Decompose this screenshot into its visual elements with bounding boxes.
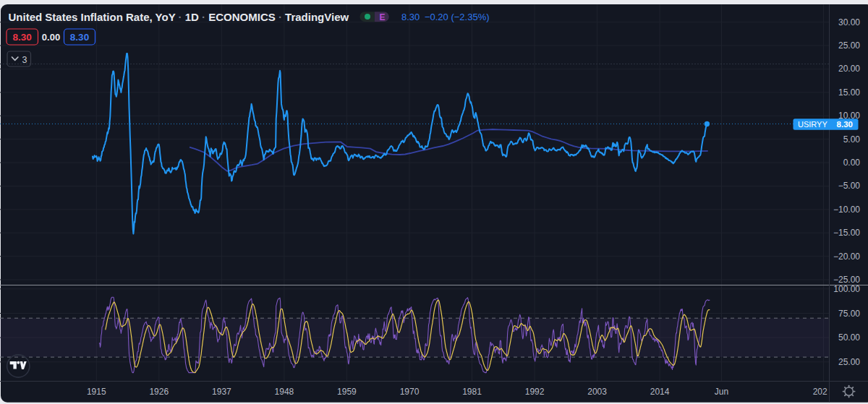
svg-text:United States Inflation Rate,: United States Inflation Rate, YoY · 1D ·… (9, 11, 349, 23)
svg-text:USIRYY: USIRYY (798, 120, 827, 129)
svg-text:25.00: 25.00 (838, 40, 860, 51)
svg-text:0.00: 0.00 (42, 32, 60, 43)
svg-text:−15.00: −15.00 (833, 228, 860, 238)
svg-text:−10.00: −10.00 (833, 205, 860, 215)
svg-text:25.00: 25.00 (838, 357, 860, 367)
svg-text:−5.00: −5.00 (838, 181, 861, 191)
svg-text:8.30: 8.30 (70, 32, 89, 43)
svg-text:1959: 1959 (337, 387, 357, 397)
svg-text:202: 202 (813, 387, 827, 397)
svg-text:50.00: 50.00 (838, 332, 860, 343)
svg-text:1992: 1992 (525, 387, 545, 397)
svg-text:30.00: 30.00 (838, 17, 860, 27)
svg-text:Jun: Jun (715, 387, 728, 397)
svg-text:E: E (380, 12, 386, 22)
svg-text:1981: 1981 (462, 387, 482, 397)
svg-text:8.30: 8.30 (837, 120, 853, 129)
svg-text:1948: 1948 (275, 387, 294, 397)
svg-text:2003: 2003 (587, 387, 607, 397)
svg-text:2014: 2014 (650, 387, 670, 397)
svg-text:1970: 1970 (400, 387, 420, 397)
svg-text:5.00: 5.00 (843, 134, 861, 145)
svg-text:20.00: 20.00 (838, 64, 860, 74)
svg-text:1926: 1926 (149, 387, 169, 397)
svg-text:75.00: 75.00 (838, 309, 860, 319)
svg-text:0.00: 0.00 (843, 158, 861, 168)
svg-text:8.30 −0.20 (−2.35%): 8.30 −0.20 (−2.35%) (401, 12, 490, 22)
svg-text:100.00: 100.00 (833, 284, 860, 294)
svg-text:1937: 1937 (212, 387, 231, 397)
svg-text:3: 3 (22, 55, 27, 65)
svg-text:1915: 1915 (87, 387, 106, 397)
svg-text:15.00: 15.00 (838, 87, 860, 98)
svg-text:−20.00: −20.00 (833, 252, 860, 262)
svg-text:8.30: 8.30 (13, 32, 32, 43)
